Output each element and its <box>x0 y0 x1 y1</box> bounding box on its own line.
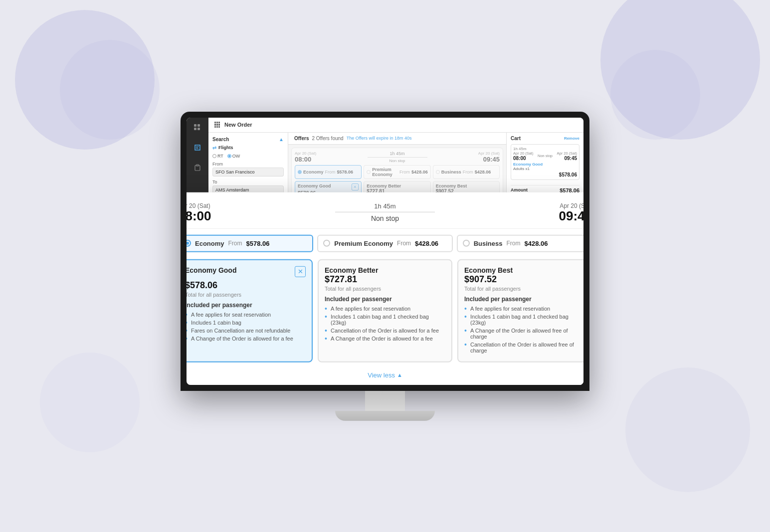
chevron-up-icon: ▲ <box>397 372 402 378</box>
sidebar-icon-order[interactable] <box>192 142 203 154</box>
cart-flight-card: 1h 45m Apr 20 (Sat) 08:00 Non stop <box>511 144 579 180</box>
screen-inner: New Order Search ▲ ⇄ <box>187 118 583 385</box>
deselect-good-button[interactable]: ✕ <box>295 266 306 277</box>
monitor-screen: New Order Search ▲ ⇄ <box>181 112 589 391</box>
view-less-bar[interactable]: View less ▲ <box>187 369 583 378</box>
modal-tab-economy[interactable]: Economy From $578.06 <box>187 234 313 252</box>
modal-fare-card-best[interactable]: Economy Best $907.52 Total for all passe… <box>457 259 583 362</box>
modal-fare-card-better[interactable]: Economy Better $727.81 Total for all pas… <box>318 259 452 362</box>
remove-link[interactable]: Remove <box>564 136 579 141</box>
modal-depart-info: Apr 20 (Sat) 08:00 <box>187 202 211 222</box>
monitor-stand-neck <box>365 391 405 411</box>
radio-rt[interactable]: RT <box>212 154 223 159</box>
modal-cabin-tabs: Economy From $578.06 Premium Economy Fro… <box>187 234 583 252</box>
modal-flight-middle: 1h 45m Non stop <box>211 202 559 222</box>
flights-label: Flights <box>218 145 233 150</box>
search-section-title: Search ▲ <box>212 137 284 142</box>
to-label: To <box>212 179 284 184</box>
expanded-modal: Apr 20 (Sat) 08:00 1h 45m Non stop Apr 2… <box>187 192 583 384</box>
svg-rect-2 <box>194 128 196 130</box>
modal-fare-cards: Economy Good ✕ $578.06 Total for all pas… <box>187 259 583 362</box>
svg-rect-1 <box>197 124 200 127</box>
modal-flight-header: Apr 20 (Sat) 08:00 1h 45m Non stop Apr 2… <box>187 202 583 228</box>
cabin-premium[interactable]: Premium Economy From $428.06 <box>364 165 430 179</box>
offers-header: Offers 2 Offers found The Offers will ex… <box>288 133 506 145</box>
modal-arrive-info: Apr 20 (Sat) 09:45 <box>559 202 584 222</box>
from-label: From <box>212 162 284 167</box>
modal-tab-premium[interactable]: Premium Economy From $428.06 <box>317 234 452 252</box>
cart-passengers: Adults x1 <box>513 167 577 171</box>
cabin-business[interactable]: Business From $428.06 <box>433 165 500 179</box>
sidebar-icon-grid[interactable] <box>192 122 203 134</box>
grid-icon <box>214 122 220 128</box>
modal-tab-business[interactable]: Business From $428.06 <box>457 234 583 252</box>
monitor-wrapper: New Order Search ▲ ⇄ <box>181 112 589 421</box>
app-title: New Order <box>224 122 252 128</box>
svg-rect-3 <box>197 128 200 130</box>
sidebar-icon-clipboard[interactable] <box>192 162 203 174</box>
modal-fare-card-good[interactable]: Economy Good ✕ $578.06 Total for all pas… <box>187 259 313 362</box>
cabin-economy[interactable]: Economy From $578.06 <box>295 165 362 179</box>
cart-price: $578.06 <box>513 172 577 177</box>
cart-header: Cart Remove <box>511 136 579 141</box>
cart-fare-name: Economy Good <box>513 162 577 167</box>
offers-expire: The Offers will expire in 18m 40s <box>347 136 412 141</box>
trip-type-group: RT OW <box>212 154 284 159</box>
offers-count: 2 Offers found <box>312 136 343 141</box>
top-bar: New Order <box>208 118 583 133</box>
flight-route-mini: Apr 20 (Sat) 08:00 1h 45m Non stop <box>295 151 500 163</box>
monitor-stand-base <box>335 411 435 421</box>
from-value[interactable]: SFO San Francisco <box>212 168 284 177</box>
svg-rect-0 <box>194 124 196 127</box>
offers-title: Offers <box>294 136 309 141</box>
cabin-classes-mini: Economy From $578.06 Premium Economy Fro… <box>295 165 500 179</box>
radio-ow[interactable]: OW <box>227 154 240 159</box>
